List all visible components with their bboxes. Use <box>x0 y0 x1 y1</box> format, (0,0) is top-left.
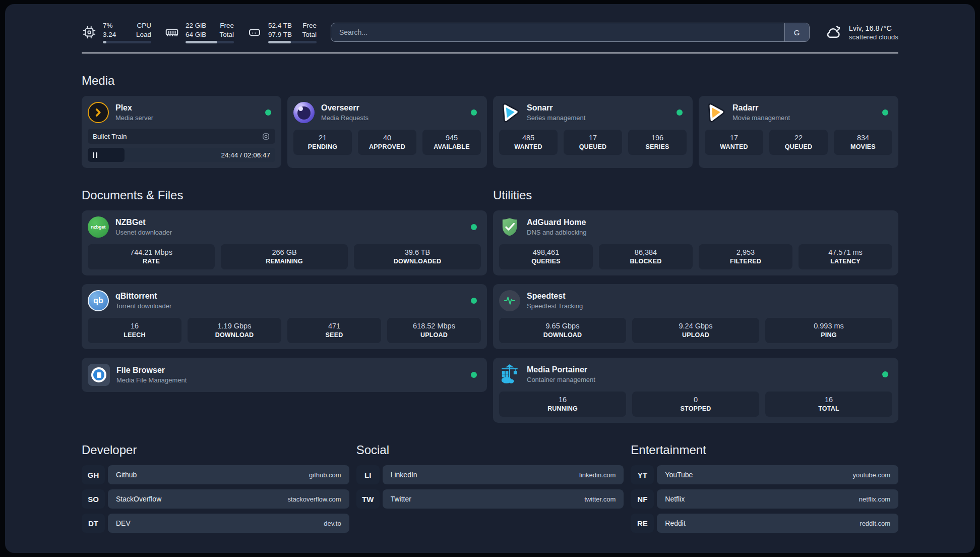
stat-tile: 16 RUNNING <box>499 392 626 417</box>
radarr-status-dot <box>882 109 888 116</box>
stat-tile: 86,384 BLOCKED <box>599 244 693 269</box>
app-card-radarr[interactable]: Radarr Movie management 17 WANTED 22 QUE… <box>699 96 898 168</box>
adguard-icon <box>500 216 520 238</box>
section-title-media: Media <box>82 74 898 88</box>
bookmark-youtube[interactable]: YT YouTube youtube.com <box>631 465 898 484</box>
app-card-nzbget[interactable]: nzbget NZBGet Usenet downloader 744.21 M… <box>82 210 487 275</box>
bookmark-url: youtube.com <box>853 471 890 479</box>
top-bar: 7% 3.24 CPU Load <box>82 20 898 44</box>
stat-tile: 266 GB REMAINING <box>221 244 348 269</box>
stat-tile: 834 MOVIES <box>834 130 892 155</box>
section-title-developer: Developer <box>82 443 349 457</box>
search-input[interactable] <box>331 23 784 41</box>
ram-widget: 22 GiB 64 GiB Free Total <box>164 21 234 43</box>
stat-tile: 744.21 Mbps RATE <box>88 244 215 269</box>
speedtest-description: Speedtest Tracking <box>527 302 892 310</box>
app-card-overseerr[interactable]: Overseerr Media Requests 21 PENDING 40 A… <box>287 96 487 168</box>
bookmark-reddit[interactable]: RE Reddit reddit.com <box>631 514 898 533</box>
middle-columns: Documents & Files nzbget NZBGet Usenet d… <box>82 168 898 423</box>
nzbget-status-dot <box>471 224 477 230</box>
radarr-description: Movie management <box>732 114 876 122</box>
stat-tile: 17 WANTED <box>705 130 763 155</box>
portainer-name: Media Portainer <box>527 365 876 374</box>
bookmark-linkedin[interactable]: LI LinkedIn linkedin.com <box>356 465 624 484</box>
app-card-sonarr[interactable]: Sonarr Series management 485 WANTED 17 Q… <box>493 96 693 168</box>
playback-time: 24:44 / 02:06:47 <box>221 151 270 159</box>
portainer-status-dot <box>882 371 888 377</box>
sonarr-icon <box>499 102 520 123</box>
bookmark-url: reddit.com <box>860 520 890 527</box>
cpu-usage: 7% <box>103 21 116 30</box>
header-divider <box>82 52 898 53</box>
bookmark-netflix[interactable]: NF Netflix netflix.com <box>631 489 898 509</box>
stat-tile: 16 TOTAL <box>765 392 892 417</box>
weather-widget: Lviv, 16.87°C scattered clouds <box>825 23 898 41</box>
app-card-portainer[interactable]: Media Portainer Container management 16 … <box>493 358 898 423</box>
bookmark-url: twitter.com <box>584 495 616 503</box>
bookmark-abbr: RE <box>631 514 654 533</box>
section-title-documents: Documents & Files <box>82 188 487 202</box>
bookmark-url: dev.to <box>324 520 341 527</box>
bookmark-name: LinkedIn <box>391 471 417 479</box>
stat-tile: 22 QUEUED <box>769 130 828 155</box>
bookmark-abbr: GH <box>82 465 105 484</box>
adguard-name: AdGuard Home <box>527 218 892 227</box>
sonarr-description: Series management <box>527 114 670 122</box>
stat-tile: 1.19 Gbps DOWNLOAD <box>188 318 281 343</box>
ram-free-label: Free <box>219 21 234 30</box>
ram-progress-bar <box>186 41 234 43</box>
nzbget-name: NZBGet <box>115 218 464 227</box>
bookmark-name: StackOverflow <box>116 495 161 503</box>
section-title-entertainment: Entertainment <box>631 443 898 457</box>
disk-widget: 52.4 TB 97.9 TB Free Total <box>247 21 317 43</box>
speedtest-name: Speedtest <box>527 292 892 301</box>
cpu-icon <box>82 25 97 40</box>
cpu-load-value: 3.24 <box>103 30 116 39</box>
stat-tile: 2,953 FILTERED <box>699 244 792 269</box>
adguard-description: DNS and adblocking <box>527 229 892 236</box>
app-card-qbittorrent[interactable]: qb qBittorrent Torrent downloader 16 LEE… <box>82 284 487 349</box>
ram-free-value: 22 GiB <box>186 21 206 30</box>
filebrowser-icon <box>88 364 110 386</box>
stat-tile: 17 QUEUED <box>564 130 622 155</box>
bookmark-abbr: DT <box>82 514 105 533</box>
bookmark-name: DEV <box>116 519 131 527</box>
bookmark-stackoverflow[interactable]: SO StackOverflow stackoverflow.com <box>82 489 349 509</box>
sonarr-name: Sonarr <box>527 103 670 113</box>
bookmark-abbr: NF <box>631 489 654 509</box>
app-card-plex[interactable]: Plex Media server Bullet Train 24:44 / 0… <box>82 96 281 168</box>
bookmark-dev[interactable]: DT DEV dev.to <box>82 514 349 533</box>
bookmark-name: Github <box>116 471 137 479</box>
bookmark-name: Reddit <box>665 519 685 527</box>
stat-tile: 196 SERIES <box>628 130 687 155</box>
now-playing-title: Bullet Train <box>93 133 262 140</box>
now-playing-row: Bullet Train <box>88 129 275 144</box>
section-title-social: Social <box>356 443 624 457</box>
stat-tile: 21 PENDING <box>293 130 352 155</box>
cpu-label: CPU <box>136 21 151 30</box>
bookmark-abbr: SO <box>82 489 105 509</box>
qbittorrent-description: Torrent downloader <box>115 302 464 310</box>
stat-tile: 471 SEED <box>287 318 381 343</box>
app-card-speedtest[interactable]: Speedtest Speedtest Tracking 9.65 Gbps D… <box>493 284 898 349</box>
plex-description: Media server <box>115 114 259 122</box>
bookmark-twitter[interactable]: TW Twitter twitter.com <box>356 489 624 509</box>
app-card-filebrowser[interactable]: File Browser Media File Management <box>82 358 487 392</box>
overseerr-icon <box>293 102 315 123</box>
bookmark-url: netflix.com <box>859 495 890 503</box>
app-card-adguard[interactable]: AdGuard Home DNS and adblocking 498,461 … <box>493 210 898 275</box>
stat-tile: 0.993 ms PING <box>765 318 892 343</box>
nzbget-icon: nzbget <box>88 216 109 238</box>
bookmark-name: Twitter <box>391 495 411 503</box>
playback-progress-row: 24:44 / 02:06:47 <box>88 148 275 162</box>
disk-total-value: 97.9 TB <box>268 30 292 39</box>
bookmark-name: YouTube <box>665 471 693 479</box>
bookmark-github[interactable]: GH Github github.com <box>82 465 349 484</box>
search-engine-button[interactable]: G <box>784 23 809 41</box>
stat-tile: 39.6 TB DOWNLOADED <box>354 244 481 269</box>
overseerr-status-dot <box>471 109 477 116</box>
stat-tile: 16 LEECH <box>88 318 181 343</box>
bookmark-url: linkedin.com <box>579 471 616 479</box>
ram-icon <box>164 25 179 40</box>
system-widgets: 7% 3.24 CPU Load <box>82 21 317 43</box>
